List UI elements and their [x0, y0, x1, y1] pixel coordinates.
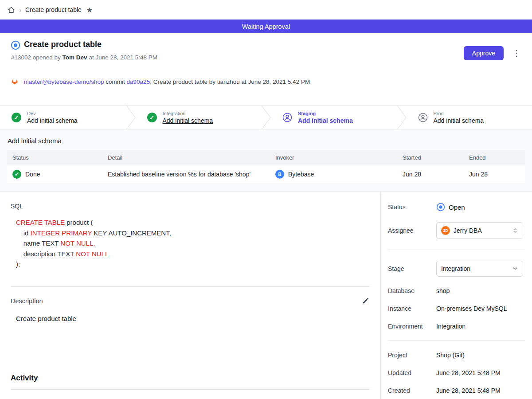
column-invoker: Invoker — [270, 150, 397, 165]
issue-detail-panel: SQL CREATE TABLE product ( id INTEGER PR… — [0, 192, 380, 399]
instance-label: Instance — [388, 305, 436, 312]
updated-label: Updated — [388, 369, 436, 376]
star-icon[interactable]: ★ — [86, 6, 93, 14]
stage-label: Stage — [388, 265, 436, 272]
stage-separator — [126, 106, 136, 129]
instance-value: On-premises Dev MySQL — [436, 305, 507, 312]
task-invoker: Bytebase — [288, 171, 314, 178]
column-detail: Detail — [102, 150, 270, 165]
sql-line: ); — [16, 259, 370, 270]
activity-divider — [11, 389, 370, 390]
column-status: Status — [7, 150, 102, 165]
stage-name: Integration — [163, 111, 213, 116]
issue-meta: #13002 opened by Tom Dev at June 28, 202… — [11, 54, 521, 61]
sql-label: SQL — [11, 203, 370, 210]
commit-hash-link[interactable]: da90a25 — [127, 78, 150, 85]
status-value: Open — [449, 203, 465, 211]
breadcrumb: › Create product table ★ — [0, 0, 532, 20]
sql-line: id INTEGER PRIMARY KEY AUTO_INCREMENT, — [16, 228, 370, 239]
sql-line: name TEXT NOT NULL, — [16, 238, 370, 249]
issue-opened-at: at June 28, 2021 5:48 PM — [87, 54, 157, 61]
database-row: Database shop — [388, 287, 525, 294]
person-circle-icon — [282, 113, 292, 122]
check-circle-icon: ✓ — [147, 113, 157, 122]
commit-line: master@bytebase-demo/shop commit da90a25… — [11, 65, 521, 98]
updown-chevron-icon — [512, 227, 518, 234]
task-ended: Jun 28 — [464, 165, 525, 184]
stage-name: Prod — [434, 111, 484, 116]
check-circle-icon: ✓ — [12, 113, 21, 122]
person-circle-icon — [418, 113, 428, 122]
issue-open-icon — [11, 40, 20, 49]
breadcrumb-title[interactable]: Create product table — [25, 6, 82, 13]
chevron-right-icon: › — [19, 6, 21, 14]
pipeline-stage-staging[interactable]: Staging Add initial schema — [271, 106, 397, 129]
assignee-label: Assignee — [388, 227, 436, 234]
home-icon[interactable] — [8, 6, 15, 14]
commit-message: : Create product table by tianzhou at Ju… — [150, 78, 310, 85]
project-label: Project — [388, 352, 436, 359]
environment-label: Environment — [388, 323, 436, 330]
branch-repo-link[interactable]: master@bytebase-demo/shop — [24, 78, 104, 85]
bytebase-avatar: B — [275, 170, 284, 179]
task-section: Add initial schema Status Detail Invoker… — [0, 129, 532, 192]
project-value: Shop (Git) — [436, 352, 465, 359]
stage-pipeline: ✓ Dev Add initial schema ✓ Integration A… — [0, 106, 532, 129]
status-row: Status Open — [388, 203, 525, 211]
sidebar-divider — [388, 340, 525, 341]
chevron-down-icon — [512, 266, 518, 272]
environment-value: Integration — [436, 323, 466, 330]
created-value: June 28, 2021 5:48 PM — [436, 387, 501, 394]
activity-title: Activity — [11, 374, 370, 383]
banner-text: Waiting Approval — [242, 23, 290, 30]
task-started: Jun 28 — [397, 165, 464, 184]
stage-select[interactable]: Integration — [436, 261, 523, 277]
issue-header: Create product table Approve ⋮ #13002 op… — [0, 33, 532, 106]
stage-task-link[interactable]: Add initial schema — [163, 117, 213, 124]
approve-button[interactable]: Approve — [464, 46, 504, 60]
pipeline-stage-integration[interactable]: ✓ Integration Add initial schema — [136, 106, 262, 129]
commit-word: commit — [104, 78, 127, 85]
assignee-avatar: JD — [441, 226, 450, 235]
assignee-row: Assignee JD Jerry DBA — [388, 222, 525, 239]
sql-line: description TEXT NOT NULL — [16, 249, 370, 259]
issue-id-opened-by: #13002 opened by — [11, 54, 63, 61]
assignee-value: Jerry DBA — [454, 227, 482, 234]
environment-row: Environment Integration — [388, 323, 525, 330]
description-label: Description — [11, 297, 43, 305]
stage-task-link[interactable]: Add initial schema — [434, 117, 484, 124]
stage-name: Dev — [27, 111, 78, 116]
stage-task-link[interactable]: Add initial schema — [298, 117, 353, 124]
task-detail: Established baseline version %s for data… — [102, 165, 270, 184]
edit-pencil-icon[interactable] — [361, 297, 370, 305]
stage-task-link[interactable]: Add initial schema — [27, 117, 78, 124]
table-row[interactable]: ✓Done Established baseline version %s fo… — [7, 165, 525, 184]
section-divider — [11, 286, 370, 287]
stage-value: Integration — [441, 265, 470, 272]
task-table: Status Detail Invoker Started Ended ✓Don… — [7, 150, 525, 183]
table-header-row: Status Detail Invoker Started Ended — [7, 150, 525, 165]
done-check-icon: ✓ — [12, 170, 21, 179]
kebab-menu-icon[interactable]: ⋮ — [511, 48, 522, 58]
pipeline-stage-prod[interactable]: Prod Add initial schema — [407, 106, 532, 129]
updated-value: June 28, 2021 5:48 PM — [436, 369, 501, 376]
stage-name: Staging — [298, 111, 353, 116]
status-label: Status — [388, 203, 436, 211]
stage-row: Stage Integration — [388, 261, 525, 277]
task-section-title: Add initial schema — [8, 137, 525, 145]
sql-code-block: CREATE TABLE product ( id INTEGER PRIMAR… — [16, 217, 370, 270]
pipeline-stage-dev[interactable]: ✓ Dev Add initial schema — [0, 106, 126, 129]
sql-line: CREATE TABLE product ( — [16, 217, 370, 228]
database-label: Database — [388, 287, 436, 294]
stage-separator — [397, 106, 407, 129]
issue-sidebar: Status Open Assignee JD Jerry DBA Stage — [380, 192, 532, 399]
column-ended: Ended — [464, 150, 525, 165]
assignee-select[interactable]: JD Jerry DBA — [436, 222, 523, 239]
page-title: Create product table — [24, 40, 102, 49]
issue-author: Tom Dev — [63, 54, 87, 61]
status-open-icon — [436, 203, 445, 211]
sidebar-divider — [388, 250, 525, 250]
project-row: Project Shop (Git) — [388, 352, 525, 359]
database-value: shop — [436, 287, 450, 294]
stage-separator — [261, 106, 271, 129]
